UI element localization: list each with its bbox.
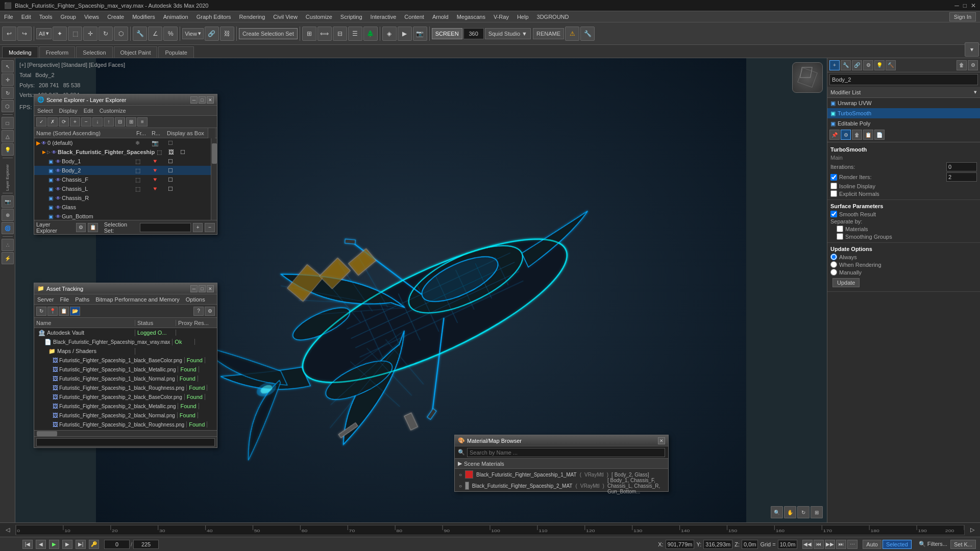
sel-set-remove[interactable]: − [205,223,215,232]
smoothing-check[interactable] [837,233,843,240]
graph-view-btn[interactable]: ◈ [382,27,397,41]
current-frame-input[interactable] [104,540,130,549]
go-to-start-btn[interactable]: |◀ [22,540,33,549]
visibility-icon[interactable]: 👁 [56,195,61,201]
go-to-end-btn[interactable]: ▶| [76,540,86,549]
sel-set-add[interactable]: + [193,223,203,232]
render-frame-btn[interactable]: ▶ [398,27,412,41]
scene-explorer-close[interactable]: ✕ [207,96,214,104]
tools-btn[interactable]: 🔧 [580,27,595,41]
list-item[interactable]: 📄 Black_Futuristic_Fighter_Spaceship_max… [34,337,217,346]
tab-modeling[interactable]: Modeling [2,46,38,58]
list-item[interactable]: ▣ 👁 Body_2 ⬚ 🔻 ☐ [34,166,211,175]
asset-menu-server[interactable]: Server [37,296,54,303]
exp-menu-edit[interactable]: Edit [84,108,93,114]
workspace-btn[interactable]: Squid Studio ▼ [485,28,531,39]
menu-customize[interactable]: Customize [306,14,332,20]
align-btn[interactable]: ⊞ [302,27,316,41]
menu-animation[interactable]: Animation [163,14,188,20]
scene-materials-header[interactable]: ▶ Scene Materials [455,459,668,469]
lights-btn[interactable]: 💡 [2,143,14,156]
timeline-arrow-right[interactable]: ▷ [965,527,980,533]
fps-input[interactable] [463,28,484,39]
mod-trash-btn[interactable]: 🗑 [852,130,862,140]
selected-display[interactable]: Selected [883,540,912,549]
mod-copy-btn[interactable]: 📋 [863,130,873,140]
asset-menu-paths[interactable]: Paths [75,296,89,303]
scale-btn[interactable]: ⬡ [114,27,128,41]
create-panel-btn[interactable]: + [829,60,840,70]
play-btn[interactable]: ▶ [49,540,59,549]
utilities-panel-btn[interactable]: 🔨 [886,60,896,70]
prev-frame-btn[interactable]: ◀ [36,540,46,549]
materials-check[interactable] [837,226,843,232]
next-key-btn[interactable]: ⏭ [836,540,846,549]
exp-menu-customize[interactable]: Customize [100,108,126,114]
manually-radio[interactable] [830,269,837,276]
mirror-btn[interactable]: ⟺ [317,27,332,41]
viewport-zoom-btn[interactable]: 🔍 [771,506,783,518]
exp-options[interactable]: ≡ [137,117,148,127]
menu-views[interactable]: Views [84,14,99,20]
list-item[interactable]: 🖼 Futuristic_Fighter_Spaceship_2_black_M… [34,402,217,411]
exp-delete-layer[interactable]: − [81,117,91,127]
scene-explorer-maximize[interactable]: □ [199,96,206,104]
visibility-icon[interactable]: 👁 [56,168,61,173]
tab-object-paint[interactable]: Object Paint [114,46,158,58]
list-item[interactable]: ▣ 👁 Glass [34,203,211,212]
list-item[interactable]: 🖼 Futuristic_Fighter_Spaceship_2_black_R… [34,420,217,429]
list-item[interactable]: ▣ 👁 Chassis_F ⬚ 🔻 ☐ [34,175,211,184]
list-item[interactable]: ▣ 👁 Chassis_R [34,193,211,203]
asset-settings[interactable]: ⚙ [205,307,215,316]
list-item[interactable]: 🖼 Futuristic_Fighter_Spaceship_1_black_R… [34,383,217,392]
visibility-icon[interactable]: 👁 [56,214,61,219]
modifier-dropdown-arrow[interactable]: ▾ [974,89,977,95]
close-btn[interactable]: ✕ [971,2,976,9]
list-item[interactable]: 🖼 Futuristic_Fighter_Spaceship_2_black_B… [34,392,217,402]
exp-menu-select[interactable]: Select [37,108,53,114]
mod-paste-btn[interactable]: 📄 [874,130,885,140]
rename-btn[interactable]: RENAME [533,28,564,39]
undo-btn[interactable]: ↩ [2,27,16,41]
layer-mgr-btn[interactable]: ☰ [348,27,362,41]
minimize-btn[interactable]: ─ [954,2,959,9]
list-item[interactable]: 🏦 Autodesk Vault Logged O... [34,328,217,337]
play-options-btn[interactable]: ⋯ [847,540,857,549]
shapes-btn[interactable]: □ [2,117,14,129]
auto-key-btn[interactable]: Auto [863,540,881,549]
redo-btn[interactable]: ↪ [17,27,32,41]
asset-close[interactable]: ✕ [207,285,214,292]
render-iters-value[interactable]: 2 [946,172,977,182]
particle-btn[interactable]: ∴ [2,239,14,251]
exp-deselect-all[interactable]: ✗ [47,117,58,127]
scene-explorer-minimize[interactable]: ─ [190,96,198,104]
scene-explorer-btn[interactable]: 🌲 [363,27,378,41]
signin-btn[interactable]: Sign In [949,12,976,21]
warning-btn[interactable]: ⚠ [565,27,579,41]
modifier-unwrap-uvw[interactable]: ▣ Unwrap UVW [827,98,980,108]
view-dropdown[interactable]: View▾ [182,28,204,39]
viewport-pan-btn[interactable]: ✋ [784,506,796,518]
menu-interactive[interactable]: Interactive [371,14,397,20]
tab-populate[interactable]: Populate [158,46,193,58]
unlink-btn[interactable]: ⛓ [220,27,234,41]
list-item[interactable]: ▶ 👁 0 (default) ❄ 📷 ☐ [34,138,211,147]
exp-bottom-toggle[interactable]: 📋 [88,223,98,232]
list-item[interactable]: ▣ 👁 Body_1 ⬚ 🔻 ☐ [34,157,211,166]
asset-menu-file[interactable]: File [60,296,69,303]
x-value[interactable]: 901,779m [666,540,695,549]
mat-browser-close[interactable]: ✕ [658,437,665,444]
list-item[interactable]: 📁 Maps / Shaders [34,346,217,356]
motion-panel-btn[interactable]: ⚙ [863,60,873,70]
asset-minimize[interactable]: ─ [190,285,198,292]
exp-new-layer[interactable]: + [70,117,80,127]
explicit-check[interactable] [830,190,837,197]
tab-freeform[interactable]: Freeform [39,46,76,58]
hierarchy-panel-btn[interactable]: 🔗 [852,60,862,70]
scale-tool-btn[interactable]: ⬡ [2,100,14,112]
menu-rendering[interactable]: Rendering [239,14,265,20]
exp-expand[interactable]: ⊞ [126,117,136,127]
visibility-icon[interactable]: 👁 [56,159,61,164]
menu-modifiers[interactable]: Modifiers [132,14,155,20]
asset-locate[interactable]: 📍 [47,307,58,316]
